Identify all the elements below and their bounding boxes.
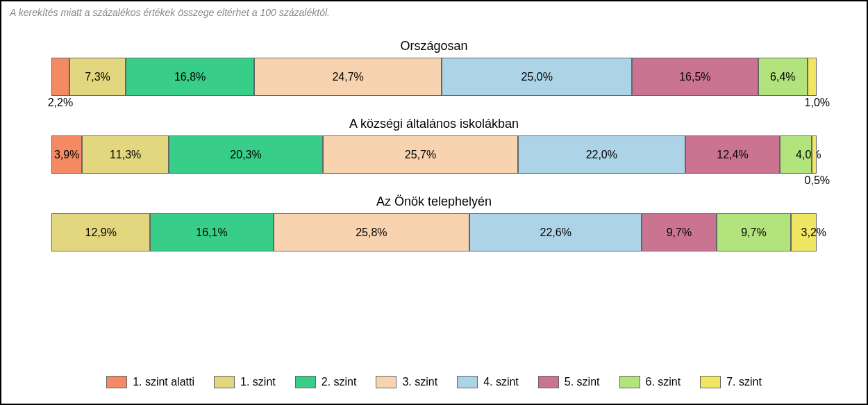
segment-2-szint: 16,8% (126, 58, 254, 96)
legend-label: 1. szint alatti (133, 376, 194, 388)
segment-label: 3,2% (801, 226, 826, 239)
legend-label: 1. szint (240, 376, 276, 388)
legend-item: 1. szint (214, 376, 276, 388)
segment-4-szint: 22,0% (518, 135, 685, 174)
segment-label: 1,0% (805, 95, 830, 109)
segment-label: 12,9% (85, 226, 116, 239)
legend: 1. szint alatti 1. szint 2. szint 3. szi… (1, 376, 867, 388)
segment-label: 6,4% (770, 71, 795, 83)
segment-5-szint: 9,7% (642, 213, 717, 251)
segment-1-szint-alatti: 2,2% (51, 58, 69, 96)
bar-group-kozsegi: A községi általános iskolákban 3,9% 11,3… (51, 117, 817, 174)
legend-item: 1. szint alatti (106, 376, 194, 388)
bars-area: Országosan 2,2% 7,3% 16,8% 24,7% 25,0% 1… (10, 39, 858, 251)
segment-7-szint: 1,0% (808, 58, 817, 96)
segment-3-szint: 24,7% (254, 58, 442, 96)
bar-title: A községi általános iskolákban (51, 117, 817, 131)
legend-label: 7. szint (726, 376, 762, 388)
rounding-note: A kerekítés miatt a százalékos értékek ö… (10, 7, 858, 18)
segment-6-szint: 9,7% (717, 213, 792, 251)
bar-title: Az Önök telephelyén (51, 195, 817, 209)
bar-group-onok: Az Önök telephelyén 12,9% 16,1% 25,8% 22… (51, 195, 817, 251)
legend-item: 2. szint (295, 376, 357, 388)
segment-label: 0,5% (805, 173, 830, 187)
stacked-bar: 12,9% 16,1% 25,8% 22,6% 9,7% 9,7% 3,2% (51, 213, 817, 251)
segment-5-szint: 12,4% (685, 135, 781, 174)
swatch-icon (538, 376, 559, 388)
segment-7-szint: 0,5% (812, 135, 817, 174)
segment-label: 2,2% (48, 95, 73, 109)
legend-item: 5. szint (538, 376, 600, 388)
segment-label: 20,3% (230, 149, 261, 161)
segment-3-szint: 25,8% (274, 213, 470, 251)
segment-label: 22,6% (540, 226, 571, 239)
segment-label: 24,7% (332, 71, 363, 83)
bar-title: Országosan (51, 39, 817, 53)
segment-label: 22,0% (586, 149, 617, 161)
segment-label: 25,0% (521, 71, 553, 83)
legend-label: 2. szint (322, 376, 357, 388)
legend-label: 3. szint (402, 376, 437, 388)
legend-label: 5. szint (565, 376, 600, 388)
segment-7-szint: 3,2% (791, 213, 817, 251)
chart-container: A kerekítés miatt a százalékos értékek ö… (0, 0, 868, 405)
legend-label: 4. szint (483, 376, 519, 388)
stacked-bar: 3,9% 11,3% 20,3% 25,7% 22,0% 12,4% 4,0% … (51, 135, 817, 174)
segment-6-szint: 4,0% (780, 135, 811, 174)
segment-label: 16,8% (174, 71, 206, 83)
segment-label: 25,7% (405, 149, 436, 161)
swatch-icon (106, 376, 127, 388)
swatch-icon (619, 376, 640, 388)
segment-2-szint: 20,3% (169, 135, 323, 174)
segment-label: 11,3% (110, 149, 141, 161)
segment-label: 16,1% (196, 226, 227, 239)
legend-item: 6. szint (619, 376, 681, 388)
segment-1-szint-alatti: 3,9% (51, 135, 82, 174)
legend-item: 3. szint (376, 376, 437, 388)
segment-1-szint: 11,3% (82, 135, 169, 174)
swatch-icon (214, 376, 235, 388)
segment-3-szint: 25,7% (323, 135, 518, 174)
legend-label: 6. szint (646, 376, 681, 388)
segment-1-szint: 12,9% (51, 213, 150, 251)
segment-1-szint: 7,3% (69, 58, 126, 96)
segment-5-szint: 16,5% (632, 58, 758, 96)
segment-label: 12,4% (717, 149, 748, 161)
bar-group-orszagosan: Országosan 2,2% 7,3% 16,8% 24,7% 25,0% 1… (51, 39, 817, 96)
segment-label: 9,7% (667, 226, 692, 239)
stacked-bar: 2,2% 7,3% 16,8% 24,7% 25,0% 16,5% 6,4% 1… (51, 58, 817, 96)
swatch-icon (295, 376, 316, 388)
segment-label: 16,5% (679, 71, 710, 83)
swatch-icon (700, 376, 721, 388)
swatch-icon (457, 376, 478, 388)
segment-label: 9,7% (741, 226, 766, 239)
segment-6-szint: 6,4% (758, 58, 808, 96)
segment-4-szint: 25,0% (442, 58, 632, 96)
swatch-icon (376, 376, 397, 388)
segment-label: 3,9% (54, 149, 79, 161)
segment-label: 4,0% (796, 149, 821, 161)
legend-item: 7. szint (700, 376, 762, 388)
segment-label: 7,3% (85, 71, 110, 83)
segment-2-szint: 16,1% (150, 213, 273, 251)
legend-item: 4. szint (457, 376, 519, 388)
segment-4-szint: 22,6% (469, 213, 642, 251)
segment-label: 25,8% (356, 226, 387, 239)
